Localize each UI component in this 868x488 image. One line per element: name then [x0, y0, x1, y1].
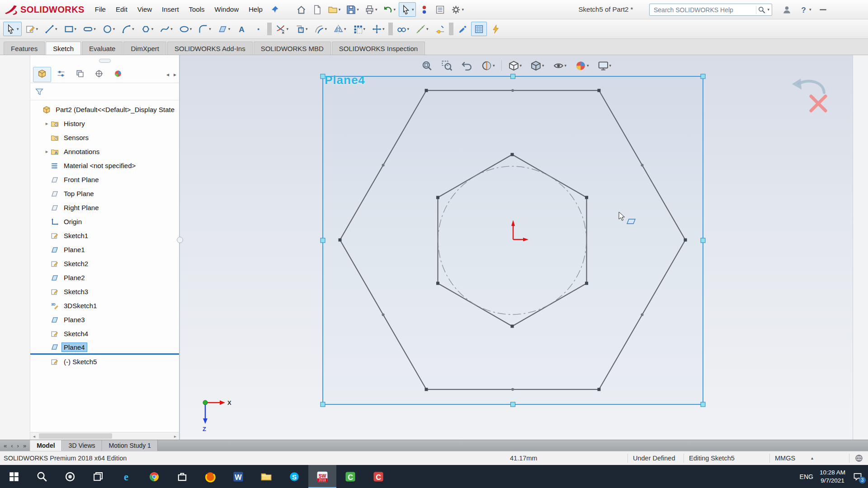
display-style-button[interactable]: ▾ [528, 59, 547, 72]
tree-item-material[interactable]: Material <not specified> [30, 159, 179, 173]
three-point-arc-tool[interactable]: ▾ [118, 22, 137, 36]
tree-item-plane2[interactable]: Plane2 [30, 271, 179, 285]
dropdown-caret-icon[interactable]: ▾ [339, 8, 341, 12]
solidworks-forum[interactable] [855, 171, 866, 181]
tab-dimxpert[interactable]: DimXpert [123, 42, 166, 55]
move-entities-tool[interactable]: ▾ [369, 22, 387, 36]
menu-item[interactable]: Edit [111, 0, 132, 19]
dropdown-caret-icon[interactable]: ▾ [36, 27, 38, 31]
dropdown-caret-icon[interactable]: ▾ [228, 27, 231, 31]
undo-button[interactable]: ▾ [380, 2, 398, 17]
dropdown-caret-icon[interactable]: ▾ [809, 8, 811, 12]
solidworks-app[interactable]: SW2018 [308, 465, 336, 488]
tree-item-sensors[interactable]: Sensors [30, 131, 179, 145]
filter-icon[interactable] [35, 87, 44, 96]
section-view-button[interactable]: ▾ [479, 59, 497, 72]
sketch-ink-tool[interactable] [454, 22, 470, 36]
previous-tab-button[interactable]: ‹ [11, 442, 13, 449]
dropdown-caret-icon[interactable]: ▾ [493, 64, 495, 68]
previous-window-button[interactable] [804, 42, 813, 51]
flyout-tool-7[interactable] [8, 180, 22, 193]
configurationmanager-tab[interactable] [71, 67, 89, 82]
tray-display[interactable] [745, 473, 753, 480]
tree-item-sketch4[interactable]: Sketch4 [30, 327, 179, 341]
graphics-area[interactable]: Plane4 ▾ [180, 55, 853, 440]
task-pane-home[interactable] [855, 76, 866, 86]
smart-dimension-tool[interactable]: ▾ [413, 22, 431, 36]
dropdown-caret-icon[interactable]: ▾ [382, 27, 385, 31]
new-document-button[interactable] [310, 2, 325, 17]
file-explorer-app[interactable] [252, 465, 280, 488]
flyout-tool-11[interactable] [8, 258, 22, 271]
taskbar-clock[interactable]: 10:28 AM 9/7/2021 [820, 469, 845, 484]
plane-resize-handle[interactable] [511, 402, 515, 407]
tree-item-sketch3[interactable]: Sketch3 [30, 285, 179, 299]
tray-volume[interactable] [759, 473, 766, 480]
menu-item[interactable]: Window [210, 0, 244, 19]
dropdown-caret-icon[interactable]: ▾ [75, 27, 77, 31]
flyout-tool-4[interactable] [8, 122, 22, 135]
dropdown-caret-icon[interactable]: ▾ [393, 8, 396, 12]
cancel-sketch-button[interactable] [811, 96, 826, 111]
displaymanager-tab[interactable] [109, 67, 127, 82]
menu-item[interactable]: Tools [184, 0, 210, 19]
unit-system[interactable]: MMGS [775, 451, 795, 465]
dropdown-caret-icon[interactable]: ▾ [426, 27, 429, 31]
view-orientation-button[interactable]: ▾ [505, 59, 524, 72]
previous-view-button[interactable] [459, 59, 475, 72]
flyout-tool-10[interactable] [8, 238, 22, 252]
model-tab[interactable]: Model [30, 440, 61, 451]
rapid-sketch-tool[interactable] [488, 22, 504, 36]
tree-item-origin[interactable]: Origin [30, 215, 179, 229]
scroll-left-arrow[interactable]: ◂ [30, 434, 38, 439]
dropdown-caret-icon[interactable]: ▾ [286, 27, 288, 31]
mirror-entities-tool[interactable]: ▾ [330, 22, 349, 36]
tree-item-sketch1[interactable]: Sketch1 [30, 229, 179, 243]
custom-properties[interactable] [855, 155, 866, 165]
dropdown-caret-icon[interactable]: ▾ [519, 64, 522, 68]
dropdown-caret-icon[interactable]: ▾ [344, 27, 346, 31]
minimize-document-button[interactable] [829, 42, 838, 51]
scroll-right-arrow[interactable]: ▸ [171, 434, 179, 439]
help-button[interactable]: ? ▾ [796, 2, 814, 17]
dropdown-caret-icon[interactable]: ▾ [306, 27, 308, 31]
dropdown-caret-icon[interactable]: ▾ [17, 27, 19, 31]
plane-resize-handle[interactable] [701, 238, 705, 243]
dropdown-caret-icon[interactable]: ▾ [325, 27, 327, 31]
show-hidden-icons[interactable] [731, 473, 739, 480]
plane-resize-handle[interactable] [701, 74, 705, 79]
dropdown-caret-icon[interactable]: ▾ [55, 27, 57, 31]
convert-entities-tool[interactable]: ▾ [292, 22, 311, 36]
tree-item-right-plane[interactable]: Right Plane [30, 201, 179, 215]
first-tab-button[interactable]: « [4, 442, 7, 449]
plane-resize-handle[interactable] [511, 74, 515, 79]
view-settings-button[interactable]: ▾ [595, 59, 614, 72]
dropdown-caret-icon[interactable]: ▾ [609, 64, 612, 68]
search-input[interactable] [654, 6, 756, 14]
trim-entities-tool[interactable]: ▾ [273, 22, 291, 36]
spline-tool[interactable]: ▾ [157, 22, 175, 36]
tree-item-3dsketch1[interactable]: 3D 3DSketch1 [30, 299, 179, 313]
select-tool[interactable]: ▾ [3, 22, 22, 36]
propertymanager-tab[interactable] [52, 67, 70, 82]
straight-slot-tool[interactable]: ▾ [80, 22, 99, 36]
design-library[interactable] [855, 92, 866, 102]
flyout-tool-6[interactable] [8, 160, 22, 174]
tree-item-plane3[interactable]: Plane3 [30, 313, 179, 327]
store-app[interactable] [168, 465, 196, 488]
view-tool-button[interactable] [501, 60, 501, 71]
edit-appearance-button[interactable]: ▾ [573, 59, 591, 72]
tab-features[interactable]: Features [4, 42, 45, 55]
tree-item-sketch2[interactable]: Sketch2 [30, 257, 179, 271]
dropdown-caret-icon[interactable]: ▾ [190, 27, 192, 31]
quick-tips-icon[interactable] [854, 454, 863, 463]
chrome-app[interactable] [140, 465, 168, 488]
task-view-button[interactable] [84, 465, 112, 488]
plane-resize-handle[interactable] [321, 402, 325, 407]
scrollbar-track[interactable] [38, 432, 171, 440]
next-window-button[interactable] [816, 42, 826, 51]
dropdown-caret-icon[interactable]: ▾ [113, 27, 115, 31]
dropdown-caret-icon[interactable]: ▾ [357, 8, 359, 12]
plane-tool[interactable]: ▾ [215, 22, 233, 36]
dropdown-caret-icon[interactable]: ▾ [412, 8, 414, 12]
